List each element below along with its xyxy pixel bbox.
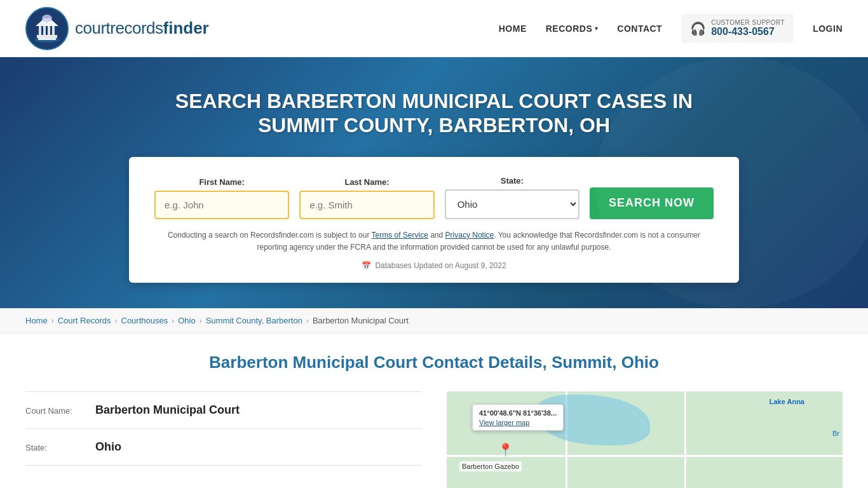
map-panel[interactable]: 41°00'48.6"N 81°36'38... View larger map… <box>447 391 843 488</box>
svg-point-0 <box>26 8 68 50</box>
state-row: State: Ohio <box>25 429 421 466</box>
search-card: First Name: Last Name: State: Ohio Alaba… <box>129 157 739 283</box>
breadcrumb-sep-1: › <box>51 316 54 325</box>
nav-records[interactable]: RECORDS ▾ <box>546 24 599 34</box>
section-title: Barberton Municipal Court Contact Detail… <box>25 353 843 372</box>
disclaimer-text: Conducting a search on Recordsfinder.com… <box>154 229 714 254</box>
terms-link[interactable]: Terms of Service <box>372 231 428 240</box>
chevron-down-icon: ▾ <box>595 25 598 32</box>
main-nav: HOME RECORDS ▾ CONTACT 🎧 CUSTOMER SUPPOR… <box>499 14 843 43</box>
support-label: CUSTOMER SUPPORT <box>711 19 785 26</box>
search-fields: First Name: Last Name: State: Ohio Alaba… <box>154 176 714 219</box>
nav-home[interactable]: HOME <box>499 24 527 34</box>
br-label: Br <box>832 430 839 437</box>
svg-rect-10 <box>46 15 48 18</box>
support-info: CUSTOMER SUPPORT 800-433-0567 <box>711 19 785 37</box>
breadcrumb-courthouses[interactable]: Courthouses <box>121 316 168 325</box>
view-larger-map[interactable]: View larger map <box>479 419 557 426</box>
breadcrumb: Home › Court Records › Courthouses › Ohi… <box>0 308 868 334</box>
breadcrumb-current: Barberton Municipal Court <box>313 316 409 325</box>
map-coords: 41°00'48.6"N 81°36'38... <box>479 409 557 417</box>
last-name-group: Last Name: <box>299 177 434 219</box>
first-name-label: First Name: <box>154 177 289 187</box>
breadcrumb-court-records[interactable]: Court Records <box>58 316 111 325</box>
state-detail-value: Ohio <box>95 440 121 454</box>
login-button[interactable]: LOGIN <box>813 24 843 34</box>
court-name-value: Barberton Municipal Court <box>95 403 240 417</box>
last-name-input[interactable] <box>299 191 434 219</box>
map-coords-bubble[interactable]: 41°00'48.6"N 81°36'38... View larger map <box>472 404 564 431</box>
map-placeholder: 41°00'48.6"N 81°36'38... View larger map… <box>447 391 843 488</box>
nav-records-link[interactable]: RECORDS <box>546 24 593 34</box>
state-select[interactable]: Ohio Alabama Alaska Arizona California C… <box>445 189 580 219</box>
state-label: State: <box>445 176 580 186</box>
calendar-icon: 📅 <box>362 261 371 270</box>
svg-rect-4 <box>39 26 41 35</box>
db-updated: 📅 Databases Updated on August 9, 2022 <box>154 261 714 270</box>
details-panel: Court Name: Barberton Municipal Court St… <box>25 391 421 488</box>
state-detail-label: State: <box>25 443 89 452</box>
breadcrumb-ohio[interactable]: Ohio <box>178 316 195 325</box>
privacy-link[interactable]: Privacy Notice <box>445 231 494 240</box>
court-name-row: Court Name: Barberton Municipal Court <box>25 392 421 429</box>
svg-rect-5 <box>43 26 46 35</box>
first-name-input[interactable] <box>154 191 289 219</box>
search-button[interactable]: SEARCH NOW <box>590 187 714 219</box>
map-pin-icon: 📍 <box>498 442 513 458</box>
breadcrumb-home[interactable]: Home <box>25 316 48 325</box>
headphone-icon: 🎧 <box>690 21 706 36</box>
hero-section: SEARCH BARBERTON MUNICIPAL COURT CASES I… <box>0 57 868 308</box>
logo-text: courtrecordsfinder <box>75 18 209 38</box>
first-name-group: First Name: <box>154 177 289 219</box>
nav-contact[interactable]: CONTACT <box>617 24 662 34</box>
svg-rect-3 <box>37 35 57 38</box>
logo[interactable]: courtrecordsfinder <box>25 7 209 50</box>
breadcrumb-sep-4: › <box>200 316 202 325</box>
gazebo-label: Barberton Gazebo <box>459 461 522 471</box>
hero-title: SEARCH BARBERTON MUNICIPAL COURT CASES I… <box>148 89 720 138</box>
svg-rect-7 <box>52 26 55 35</box>
breadcrumb-sep-5: › <box>306 316 309 325</box>
state-group: State: Ohio Alabama Alaska Arizona Calif… <box>445 176 580 219</box>
breadcrumb-sep-3: › <box>172 316 174 325</box>
support-number[interactable]: 800-433-0567 <box>711 26 785 37</box>
breadcrumb-summit[interactable]: Summit County, Barberton <box>206 316 302 325</box>
lake-anna-label: Lake Anna <box>770 398 804 405</box>
breadcrumb-sep-2: › <box>115 316 118 325</box>
main-content: Barberton Municipal Court Contact Detail… <box>0 334 868 488</box>
svg-rect-6 <box>48 26 50 35</box>
support-block[interactable]: 🎧 CUSTOMER SUPPORT 800-433-0567 <box>681 14 794 43</box>
header: courtrecordsfinder HOME RECORDS ▾ CONTAC… <box>0 0 868 57</box>
details-map-row: Court Name: Barberton Municipal Court St… <box>25 391 843 488</box>
court-name-label: Court Name: <box>25 406 89 416</box>
logo-icon <box>25 7 69 50</box>
last-name-label: Last Name: <box>299 177 434 187</box>
